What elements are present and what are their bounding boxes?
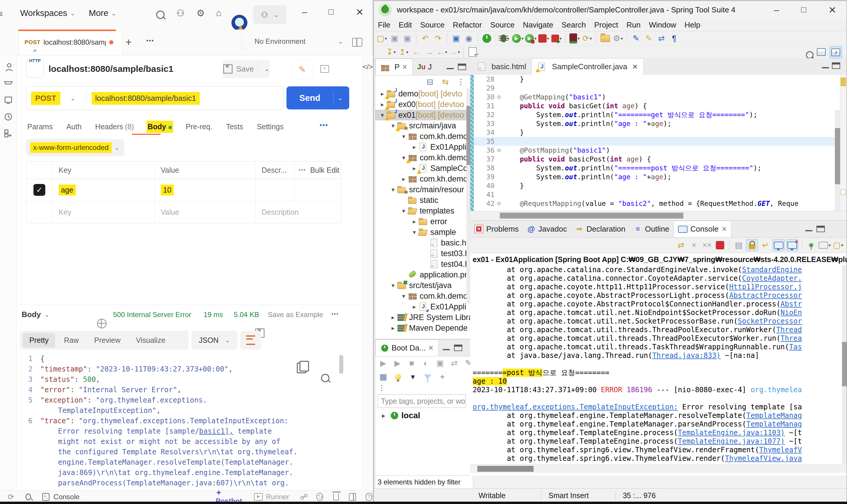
request-tab-headers[interactable]: Headers(8): [94, 121, 135, 133]
show-whitespace-icon[interactable]: ¶: [669, 33, 680, 44]
remote-systems-icon[interactable]: ▣: [451, 33, 462, 44]
prev-annotation-icon[interactable]: ↥▾: [398, 47, 409, 58]
chevron-down-icon[interactable]: ⌄: [338, 94, 343, 102]
status-badge[interactable]: 500 Internal Server Error: [113, 310, 191, 319]
boot-filter-input[interactable]: Type tags, projects, or worl: [377, 394, 466, 408]
coverage-icon[interactable]: ▾: [569, 33, 580, 44]
close-button[interactable]: ✕: [356, 6, 364, 18]
tree-item[interactable]: ▸Jex00 [boot] [devtoo: [375, 99, 471, 110]
save-as-example-button[interactable]: Save as Example: [268, 310, 323, 319]
editor-scrollbar[interactable]: [835, 110, 840, 211]
add-panel-icon[interactable]: [4, 129, 13, 138]
view-tab-pretty[interactable]: Pretty: [23, 333, 55, 347]
view-tab-raw[interactable]: Raw: [57, 333, 85, 347]
boot-console-icon[interactable]: ▣: [435, 358, 446, 369]
body-type-selector[interactable]: x-www-form-urlencoded ⌄: [26, 139, 124, 156]
tab-samplecontroller-java[interactable]: SampleController.java ✕: [531, 58, 643, 75]
search-icon[interactable]: [156, 11, 164, 19]
tab-console[interactable]: Console✕: [674, 221, 731, 237]
tree-item[interactable]: test04.h: [375, 259, 471, 269]
runner-button[interactable]: ▶ Runner: [254, 493, 289, 501]
code-editor[interactable]: 28 }2930⊖ @GetMapping("basic1")31 public…: [470, 75, 847, 211]
maximize-button[interactable]: □: [329, 7, 334, 17]
collections-icon[interactable]: [4, 63, 13, 72]
swap-editor-icon[interactable]: ⇄: [656, 33, 667, 44]
code-snippet-icon[interactable]: </>: [363, 63, 373, 71]
toolbar-search-icon[interactable]: [806, 51, 814, 59]
add-target-icon[interactable]: +: [437, 371, 448, 382]
menu-edit[interactable]: Edit: [394, 19, 416, 31]
expand-arrow-icon[interactable]: ▾: [410, 229, 419, 236]
tree-item[interactable]: static: [375, 195, 471, 205]
environment-selector[interactable]: No Environment ⌄: [254, 37, 343, 46]
tree-item[interactable]: ▸Maven Depende: [375, 323, 471, 333]
expand-arrow-icon[interactable]: ▸: [389, 314, 397, 321]
request-tabs-more-icon[interactable]: •••: [320, 121, 328, 129]
tree-item[interactable]: ▾⊞src/main/java: [375, 120, 471, 131]
environment-quicklook-icon[interactable]: [352, 38, 362, 47]
save-button[interactable]: Save ⌄: [223, 60, 270, 78]
invite-user-icon[interactable]: ⚇: [176, 8, 185, 19]
fold-marker-icon[interactable]: ⊖: [495, 146, 504, 155]
tree-item[interactable]: application.pr: [375, 269, 471, 280]
tree-scrollbar[interactable]: [466, 88, 471, 304]
capture-requests-icon[interactable]: ☍: [300, 492, 307, 502]
minimize-button[interactable]: –: [774, 4, 779, 15]
description-placeholder[interactable]: Description: [255, 201, 348, 223]
new-tab-button[interactable]: +: [125, 36, 132, 49]
expand-arrow-icon[interactable]: ▸: [410, 303, 419, 310]
tab-junit[interactable]: Ju J: [412, 59, 437, 75]
tree-item[interactable]: ▾com.kh.demo: [375, 152, 471, 163]
inspect-icon[interactable]: ◉: [463, 33, 474, 44]
more-menu[interactable]: More⌄: [89, 8, 116, 18]
maximize-button[interactable]: □: [801, 5, 806, 15]
value-placeholder[interactable]: Value: [155, 201, 255, 223]
tree-item[interactable]: ▾src/test/java: [375, 280, 471, 291]
menu-file[interactable]: File: [374, 19, 394, 31]
two-pane-icon[interactable]: [349, 493, 356, 501]
response-body-selector[interactable]: Body ⌄: [22, 310, 49, 319]
mark-occurrences-icon[interactable]: ✎: [643, 33, 654, 44]
maximize-view-icon[interactable]: [832, 62, 840, 69]
maximize-view-icon[interactable]: [458, 64, 466, 70]
sync-icon[interactable]: ⟳: [8, 492, 14, 502]
boot-debug-icon[interactable]: ▶: [392, 358, 403, 369]
word-wrap-icon[interactable]: ↵: [760, 239, 771, 251]
text-segment[interactable]: ThymeleafV: [759, 446, 802, 454]
view-menu-icon[interactable]: ⋮: [455, 76, 466, 88]
response-size[interactable]: 5.04 KB: [234, 310, 259, 319]
boot-link-icon[interactable]: ⇄: [449, 358, 460, 369]
menu-source[interactable]: Source: [416, 19, 449, 31]
spring-boot-icon[interactable]: [481, 33, 492, 44]
menu-navigate[interactable]: Navigate: [519, 19, 558, 31]
expand-arrow-icon[interactable]: ▸: [380, 412, 388, 419]
expand-arrow-icon[interactable]: ▾: [400, 207, 408, 214]
close-icon[interactable]: ✕: [722, 226, 727, 233]
tab-basic-html[interactable]: basic.html: [472, 58, 531, 75]
text-segment[interactable]: Http11Processor.j: [729, 283, 802, 291]
tree-item[interactable]: basic.ht: [375, 237, 471, 248]
menu-refactor[interactable]: Refactor: [449, 19, 486, 31]
menu-search[interactable]: Search: [557, 19, 590, 31]
method-selector[interactable]: POST: [31, 92, 60, 105]
tree-item[interactable]: ▸JRE System Libra: [375, 312, 471, 323]
chevron-down-icon[interactable]: ⌄: [70, 95, 75, 102]
request-tab-auth[interactable]: Auth: [65, 121, 83, 133]
minimize-view-icon[interactable]: [446, 65, 454, 69]
send-button[interactable]: Send ⌄: [286, 86, 349, 109]
scroll-lock-icon[interactable]: [746, 239, 758, 251]
tab-outline[interactable]: ≡Outline: [630, 221, 673, 237]
request-tab-body[interactable]: Body: [146, 121, 173, 133]
tree-item[interactable]: ▸com.kh.demo: [375, 174, 471, 184]
boot-view-menu-icon[interactable]: ⋮: [375, 384, 471, 392]
text-segment[interactable]: ThymeleafView.java: [725, 454, 802, 463]
stop-icon[interactable]: ▾: [538, 33, 549, 44]
request-tab-settings[interactable]: Settings: [256, 121, 285, 133]
help-icon[interactable]: ?: [366, 493, 372, 501]
maximize-view-icon[interactable]: [816, 226, 825, 232]
view-tab-visualize[interactable]: Visualize: [129, 333, 172, 347]
expand-arrow-icon[interactable]: ▾: [389, 186, 397, 193]
text-segment[interactable]: NioEn: [780, 308, 802, 317]
collapse-all-icon[interactable]: ⊟: [424, 76, 436, 88]
link-with-editor-icon[interactable]: ⇆: [440, 76, 451, 88]
